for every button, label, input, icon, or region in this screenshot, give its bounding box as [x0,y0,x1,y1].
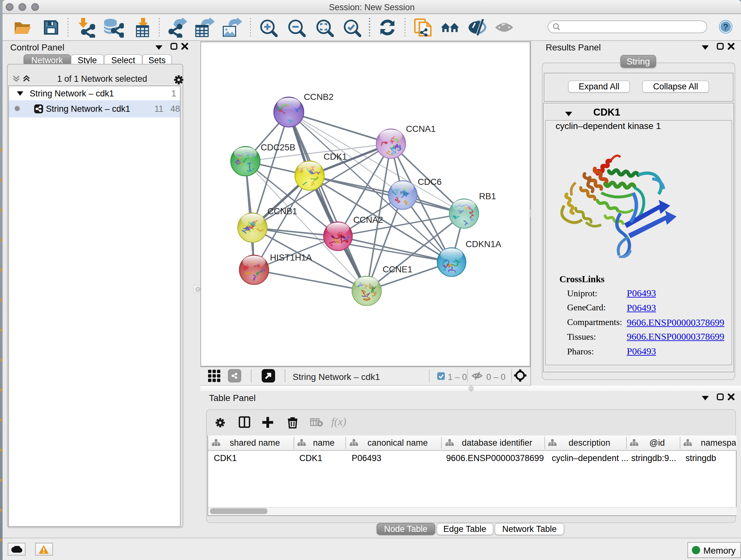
svg-text:CCNA2: CCNA2 [353,214,383,225]
svg-text:CCNE1: CCNE1 [382,264,412,274]
svg-text:CDK1: CDK1 [323,151,347,161]
svg-text:RB1: RB1 [479,191,496,201]
svg-text:CCNA1: CCNA1 [406,124,435,133]
svg-text:CCNB2: CCNB2 [304,91,333,102]
svg-text:CCNB1: CCNB1 [267,206,297,216]
svg-text:?: ? [723,22,729,32]
svg-text:HIST1H1A: HIST1H1A [270,252,312,262]
svg-text:CDC25B: CDC25B [260,142,295,152]
svg-text:CDC6: CDC6 [417,177,441,186]
svg-text:CDKN1A: CDKN1A [465,239,501,249]
